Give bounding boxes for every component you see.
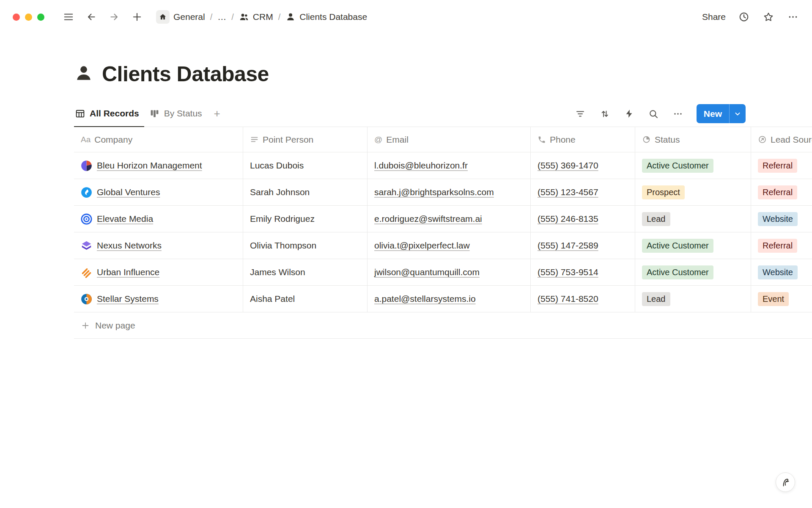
view-options-icon[interactable]	[672, 108, 684, 120]
add-view-button[interactable]: +	[211, 107, 223, 120]
status-badge[interactable]: Lead	[642, 212, 670, 226]
phone-link[interactable]: (555) 147-2589	[538, 240, 598, 251]
column-header-lead-source[interactable]: Lead Source	[751, 127, 812, 152]
more-options-icon[interactable]	[787, 11, 799, 23]
point-person-text: Lucas Dubois	[250, 160, 304, 171]
company-link[interactable]: Global Ventures	[97, 187, 160, 197]
share-button[interactable]: Share	[702, 12, 726, 22]
forward-button[interactable]	[108, 11, 121, 23]
status-icon	[642, 135, 651, 144]
plus-icon	[81, 321, 90, 330]
lead-source-badge[interactable]: Website	[758, 265, 798, 279]
text-lines-icon	[250, 135, 259, 144]
fullscreen-window-button[interactable]	[37, 14, 44, 21]
page-person-icon[interactable]	[74, 64, 93, 85]
email-link[interactable]: l.dubois@bleuhorizon.fr	[374, 160, 468, 171]
sort-icon[interactable]	[599, 108, 611, 120]
notion-ai-button[interactable]	[776, 472, 795, 492]
tab-by-status[interactable]: By Status	[148, 101, 207, 127]
phone-icon	[538, 135, 546, 144]
column-header-point-person[interactable]: Point Person	[243, 127, 368, 152]
company-link[interactable]: Nexus Networks	[97, 240, 162, 251]
company-logo-icon	[81, 240, 92, 251]
email-link[interactable]: sarah.j@brightsparksolns.com	[374, 187, 494, 197]
status-badge[interactable]: Active Customer	[642, 265, 713, 279]
text-type-icon: Aa	[81, 135, 91, 144]
column-header-company[interactable]: Aa Company	[74, 127, 243, 152]
phone-link[interactable]: (555) 753-9514	[538, 267, 598, 277]
company-link[interactable]: Bleu Horizon Management	[97, 160, 202, 171]
column-header-phone[interactable]: Phone	[531, 127, 635, 152]
phone-link[interactable]: (555) 123-4567	[538, 187, 598, 197]
status-badge[interactable]: Active Customer	[642, 239, 713, 253]
favorite-star-icon[interactable]	[762, 11, 775, 23]
search-icon[interactable]	[647, 108, 659, 120]
email-link[interactable]: e.rodriguez@swiftstream.ai	[374, 214, 482, 224]
new-record-label[interactable]: New	[697, 104, 729, 123]
point-person-text: James Wilson	[250, 267, 305, 277]
column-label: Company	[94, 135, 132, 145]
breadcrumb-separator: /	[210, 12, 213, 22]
new-page-topbar-button[interactable]	[131, 11, 143, 23]
column-header-status[interactable]: Status	[635, 127, 751, 152]
table-row[interactable]: Elevate Media Emily Rodriguez e.rodrigue…	[74, 206, 812, 232]
lead-source-badge[interactable]: Website	[758, 212, 798, 226]
table-row[interactable]: Urban Influence James Wilson jwilson@qua…	[74, 259, 812, 286]
table-row[interactable]: Nexus Networks Olivia Thompson olivia.t@…	[74, 232, 812, 259]
email-link[interactable]: olivia.t@pixelperfect.law	[374, 240, 470, 251]
close-window-button[interactable]	[13, 14, 20, 21]
table-row[interactable]: Stellar Systems Aisha Patel a.patel@stel…	[74, 286, 812, 312]
company-logo-icon	[81, 187, 92, 198]
new-page-button[interactable]: New page	[74, 312, 812, 339]
sidebar-toggle-icon[interactable]	[62, 11, 75, 23]
column-label: Phone	[550, 135, 576, 145]
table-body: Bleu Horizon Management Lucas Dubois l.d…	[74, 152, 812, 312]
column-label: Email	[386, 135, 409, 145]
lead-source-badge[interactable]: Referral	[758, 239, 797, 253]
topbar: General / … / CRM / Clients Database	[0, 0, 812, 34]
breadcrumb-ellipsis[interactable]: …	[217, 12, 226, 22]
phone-link[interactable]: (555) 246-8135	[538, 214, 598, 224]
point-person-text: Emily Rodriguez	[250, 214, 315, 224]
minimize-window-button[interactable]	[25, 14, 32, 21]
status-badge[interactable]: Prospect	[642, 185, 685, 199]
lead-source-badge[interactable]: Referral	[758, 159, 797, 173]
lead-source-badge[interactable]: Event	[758, 292, 789, 306]
back-button[interactable]	[85, 11, 98, 23]
column-label: Point Person	[263, 135, 313, 145]
ai-face-icon	[780, 477, 791, 488]
column-header-email[interactable]: @ Email	[368, 127, 531, 152]
table-row[interactable]: Bleu Horizon Management Lucas Dubois l.d…	[74, 152, 812, 179]
table-view-icon	[75, 108, 85, 119]
tab-all-records[interactable]: All Records	[74, 101, 144, 127]
new-record-dropdown[interactable]	[729, 104, 746, 123]
new-record-button[interactable]: New	[697, 104, 746, 123]
email-link[interactable]: jwilson@quantumquill.com	[374, 267, 480, 277]
breadcrumb-clients-database[interactable]: Clients Database	[285, 12, 367, 22]
company-link[interactable]: Urban Influence	[97, 267, 159, 277]
lead-source-badge[interactable]: Referral	[758, 185, 797, 199]
column-label: Lead Source	[771, 135, 812, 145]
status-badge[interactable]: Active Customer	[642, 159, 713, 173]
traffic-lights	[13, 14, 44, 21]
company-link[interactable]: Elevate Media	[97, 214, 153, 224]
table-row[interactable]: Global Ventures Sarah Johnson sarah.j@br…	[74, 179, 812, 206]
breadcrumb-label: CRM	[253, 12, 273, 22]
phone-link[interactable]: (555) 369-1470	[538, 160, 598, 171]
home-icon	[156, 10, 170, 24]
new-page-label: New page	[95, 320, 135, 331]
table-header: Aa Company Point Person @ Email Phone	[74, 127, 812, 152]
breadcrumb-general[interactable]: General	[156, 10, 205, 24]
point-person-text: Aisha Patel	[250, 294, 295, 304]
point-person-text: Sarah Johnson	[250, 187, 310, 197]
history-icon[interactable]	[738, 11, 750, 23]
filter-icon[interactable]	[574, 108, 586, 120]
team-icon	[239, 12, 249, 22]
phone-link[interactable]: (555) 741-8520	[538, 294, 598, 304]
company-link[interactable]: Stellar Systems	[97, 294, 159, 304]
at-icon: @	[374, 135, 382, 144]
email-link[interactable]: a.patel@stellarsystems.io	[374, 294, 476, 304]
status-badge[interactable]: Lead	[642, 292, 670, 306]
automation-bolt-icon[interactable]	[623, 108, 635, 119]
breadcrumb-crm[interactable]: CRM	[239, 12, 273, 22]
